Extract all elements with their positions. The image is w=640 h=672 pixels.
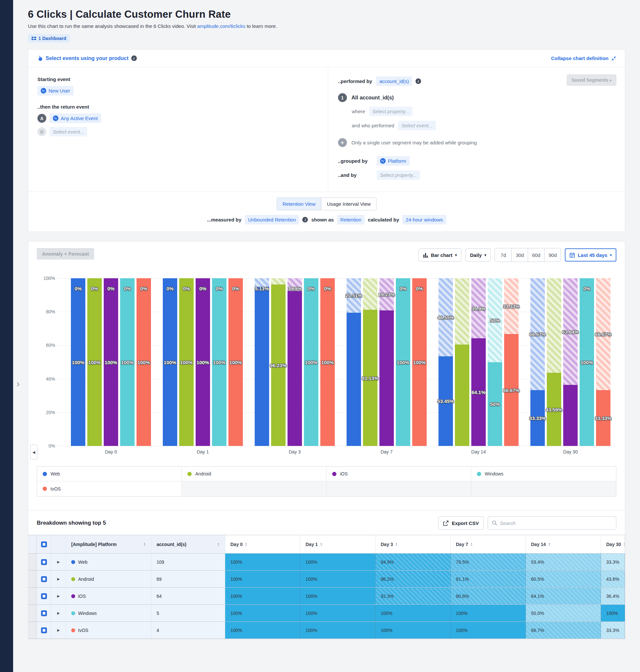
bar-web-day-7[interactable]: 20.51% bbox=[347, 278, 361, 446]
bar-ios-day-3[interactable]: 7.69% bbox=[288, 278, 302, 446]
bar-tvos-day-0[interactable]: 0%100% bbox=[136, 278, 151, 446]
bar-ios-day-30[interactable]: 63.64% bbox=[563, 278, 578, 446]
row-checkbox[interactable] bbox=[41, 559, 47, 565]
retention-cell-day-1[interactable]: 100% bbox=[300, 571, 376, 587]
who-performed-event-select[interactable]: Select event... bbox=[398, 121, 436, 130]
date-range-button[interactable]: Last 45 days▾ bbox=[565, 248, 616, 262]
tab-usage-interval-view[interactable]: Usage Interval View bbox=[321, 198, 376, 210]
range-button-30d[interactable]: 30d bbox=[511, 248, 528, 262]
retention-cell-day-14[interactable]: 66.7% bbox=[526, 622, 601, 639]
row-expand-button[interactable]: ▶ bbox=[51, 554, 66, 570]
retention-cell-day-14[interactable]: 50.0% bbox=[526, 605, 601, 622]
header-day-7[interactable]: Day 7▲▼ bbox=[451, 535, 526, 553]
select-events-info-icon[interactable]: i bbox=[131, 56, 137, 61]
retention-cell-day-7[interactable]: 80.8% bbox=[451, 588, 526, 604]
retention-cell-day-7[interactable]: 81.1% bbox=[451, 571, 526, 587]
retention-cell-day-30[interactable]: 36.4% bbox=[601, 588, 625, 604]
row-checkbox[interactable] bbox=[41, 576, 47, 582]
row-checkbox[interactable] bbox=[41, 593, 47, 599]
retention-cell-day-1[interactable]: 100% bbox=[300, 605, 376, 622]
bar-ios-day-7[interactable]: 19.23% bbox=[379, 278, 394, 446]
measured-by-info-icon[interactable]: i bbox=[302, 217, 308, 222]
sort-icon[interactable]: ▲▼ bbox=[143, 542, 146, 546]
row-checkbox[interactable] bbox=[41, 610, 47, 616]
performed-by-chip[interactable]: account_id(s) bbox=[376, 76, 412, 86]
bar-windows-day-3[interactable]: 0%100% bbox=[304, 278, 318, 446]
bar-windows-day-30[interactable]: 0%100% bbox=[580, 278, 594, 446]
row-expand-button[interactable]: ▶ bbox=[51, 622, 66, 639]
sort-icon[interactable]: ▲▼ bbox=[320, 542, 322, 546]
bar-web-day-1[interactable]: 0%100% bbox=[163, 278, 177, 446]
grouped-by-chip[interactable]: Platform bbox=[377, 156, 410, 166]
bar-tvos-day-1[interactable]: 0%100% bbox=[229, 278, 243, 446]
sort-icon[interactable]: ▲▼ bbox=[548, 542, 550, 546]
retention-cell-day-0[interactable]: 100% bbox=[225, 554, 300, 570]
chart-type-button[interactable]: Bar chart▾ bbox=[419, 248, 462, 262]
measured-by-chip[interactable]: Unbounded Retention bbox=[245, 215, 299, 224]
header-platform-column[interactable]: [Amplitude] Platform▲▼ bbox=[66, 535, 151, 553]
bar-android-day-30[interactable]: 43.59% bbox=[547, 278, 561, 446]
legend-item-tvos[interactable]: tvOS bbox=[37, 481, 182, 496]
bar-android-day-7[interactable]: 81.13% bbox=[363, 278, 377, 446]
bar-web-day-30[interactable]: 66.67%33.33% bbox=[530, 278, 545, 446]
tab-retention-view[interactable]: Retention View bbox=[277, 198, 321, 210]
sort-icon[interactable]: ▲▼ bbox=[217, 542, 220, 546]
retention-cell-day-1[interactable]: 100% bbox=[300, 622, 376, 639]
performed-by-info-icon[interactable]: i bbox=[416, 78, 421, 84]
bar-tvos-day-14[interactable]: 33.33%66.67% bbox=[504, 278, 519, 446]
sort-icon[interactable]: ▲▼ bbox=[395, 542, 397, 546]
bar-web-day-3[interactable]: 5.13% bbox=[255, 278, 269, 446]
and-by-property-select[interactable]: Select property... bbox=[377, 170, 420, 180]
retention-cell-day-14[interactable]: 53.4% bbox=[526, 554, 601, 570]
retention-cell-day-0[interactable]: 100% bbox=[225, 605, 300, 622]
bar-ios-day-14[interactable]: 35.9%64.1% bbox=[471, 278, 486, 446]
header-account-column[interactable]: account_id(s)▲▼ bbox=[151, 535, 225, 553]
retention-cell-day-7[interactable]: 100% bbox=[451, 605, 526, 622]
range-button-7d[interactable]: 7d bbox=[495, 248, 511, 262]
bar-windows-day-7[interactable]: 0%100% bbox=[396, 278, 410, 446]
retention-cell-day-7[interactable]: 79.5% bbox=[451, 554, 526, 570]
retention-cell-day-3[interactable]: 100% bbox=[376, 605, 451, 622]
row-checkbox[interactable] bbox=[41, 541, 47, 547]
export-csv-button[interactable]: Export CSV bbox=[438, 516, 484, 530]
legend-item-web[interactable]: Web bbox=[37, 467, 182, 481]
row-expand-button[interactable]: ▶ bbox=[51, 605, 66, 622]
bar-ios-day-1[interactable]: 0%100% bbox=[195, 278, 210, 446]
bar-ios-day-0[interactable]: 0%100% bbox=[104, 278, 118, 446]
saved-segments-button[interactable]: Saved Segments ▾ bbox=[567, 74, 616, 86]
retention-cell-day-30[interactable]: 33.3% bbox=[601, 554, 625, 570]
bar-tvos-day-7[interactable]: 0%100% bbox=[412, 278, 427, 446]
bar-android-day-14[interactable] bbox=[455, 278, 469, 446]
retention-cell-day-0[interactable]: 100% bbox=[225, 588, 300, 604]
range-button-60d[interactable]: 60d bbox=[528, 248, 544, 262]
starting-event-chip[interactable]: New User bbox=[38, 86, 73, 96]
six-clicks-link[interactable]: amplitude.com/6clicks bbox=[197, 23, 246, 29]
range-button-90d[interactable]: 90d bbox=[544, 248, 561, 262]
bar-tvos-day-30[interactable]: 66.67%33.33% bbox=[596, 278, 610, 446]
retention-cell-day-7[interactable]: 100% bbox=[451, 622, 526, 639]
return-event-chip[interactable]: Any Active Event bbox=[49, 114, 101, 123]
retention-cell-day-30[interactable]: 100% bbox=[601, 605, 625, 622]
add-segment-button[interactable]: + bbox=[338, 138, 347, 147]
sort-icon[interactable]: ▲▼ bbox=[470, 542, 472, 546]
dashboard-count-chip[interactable]: 1 Dashboard bbox=[28, 34, 70, 43]
bar-windows-day-0[interactable]: 0%100% bbox=[120, 278, 134, 446]
retention-cell-day-14[interactable]: 64.1% bbox=[526, 588, 601, 604]
anomaly-forecast-button[interactable]: Anomaly + Forecast bbox=[37, 248, 94, 260]
search-input[interactable] bbox=[500, 521, 612, 526]
bar-tvos-day-3[interactable]: 0%100% bbox=[320, 278, 335, 446]
legend-item-android[interactable]: Android bbox=[182, 467, 326, 481]
bar-android-day-0[interactable]: 0%100% bbox=[87, 278, 102, 446]
row-expand-button[interactable]: ▶ bbox=[51, 571, 66, 587]
collapse-chart-definition-button[interactable]: Collapse chart definition bbox=[551, 56, 616, 61]
legend-item-windows[interactable]: Windows bbox=[471, 467, 616, 481]
calculated-by-chip[interactable]: 24-hour windows bbox=[402, 215, 446, 224]
retention-cell-day-3[interactable]: 100% bbox=[376, 622, 451, 639]
legend-item-ios[interactable]: iOS bbox=[326, 467, 471, 481]
bar-windows-day-14[interactable]: 50%50% bbox=[488, 278, 502, 446]
granularity-button[interactable]: Daily▾ bbox=[465, 248, 491, 262]
retention-cell-day-1[interactable]: 100% bbox=[300, 554, 376, 570]
retention-cell-day-3[interactable]: 92.3% bbox=[376, 588, 451, 604]
header-day-1[interactable]: Day 1▲▼ bbox=[300, 535, 376, 553]
header-day-3[interactable]: Day 3▲▼ bbox=[376, 535, 451, 553]
